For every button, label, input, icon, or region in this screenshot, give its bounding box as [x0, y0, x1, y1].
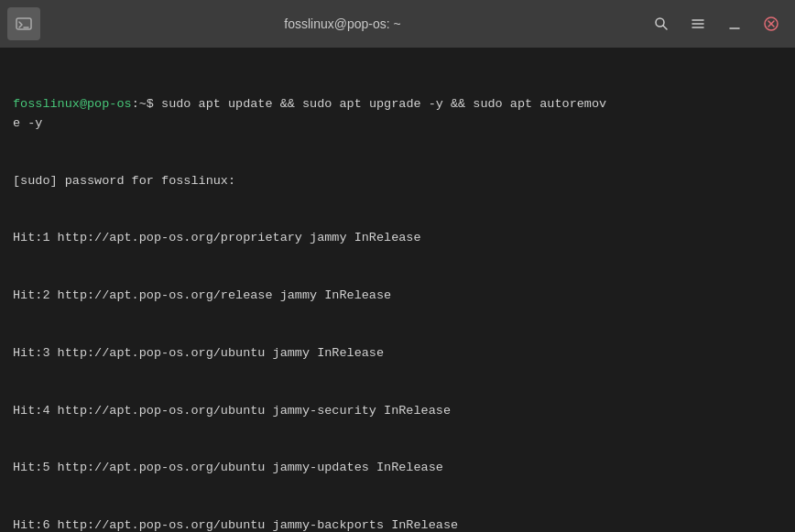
command-line: fosslinux@pop-os:~$ sudo apt update && s…	[13, 95, 782, 134]
title-bar: fosslinux@pop-os: ~	[0, 0, 795, 48]
minimize-button[interactable]	[718, 7, 751, 40]
svg-line-3	[663, 26, 667, 29]
command-text: sudo apt update && sudo apt upgrade -y &…	[154, 97, 606, 111]
app-icon	[7, 7, 40, 40]
search-button[interactable]	[645, 7, 678, 40]
prompt-user: fosslinux@pop-os	[13, 97, 132, 111]
output-line-2: Hit:1 http://apt.pop-os.org/proprietary …	[13, 229, 782, 248]
output-line-1: [sudo] password for fosslinux:	[13, 172, 782, 191]
command-wrap: e -y	[13, 116, 42, 130]
output-line-3: Hit:2 http://apt.pop-os.org/release jamm…	[13, 287, 782, 306]
title-bar-controls	[645, 7, 788, 40]
output-line-4: Hit:3 http://apt.pop-os.org/ubuntu jammy…	[13, 344, 782, 364]
output-line-5: Hit:4 http://apt.pop-os.org/ubuntu jammy…	[13, 402, 782, 421]
window-title: fosslinux@pop-os: ~	[40, 16, 645, 31]
output-line-6: Hit:5 http://apt.pop-os.org/ubuntu jammy…	[13, 459, 782, 478]
menu-button[interactable]	[681, 7, 714, 40]
output-line-7: Hit:6 http://apt.pop-os.org/ubuntu jammy…	[13, 516, 782, 532]
terminal-output: fosslinux@pop-os:~$ sudo apt update && s…	[0, 48, 795, 532]
close-button[interactable]	[755, 7, 788, 40]
title-bar-left	[7, 7, 40, 40]
